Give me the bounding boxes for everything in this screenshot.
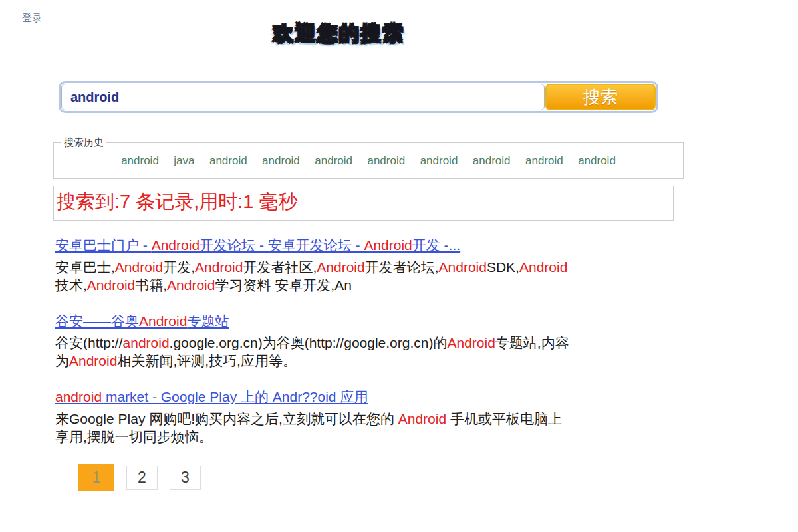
- search-button[interactable]: 搜索: [545, 84, 656, 110]
- history-link[interactable]: android: [578, 154, 616, 167]
- result-summary-box: 搜索到:7 条记录,用时:1 毫秒: [53, 186, 674, 221]
- text-segment: 来Google Play 网购吧!购买内容之后,立刻就可以在您的: [55, 411, 398, 426]
- result-title-link[interactable]: 谷安——谷奥Android专题站: [55, 313, 229, 329]
- highlighted-keyword: Android: [364, 237, 412, 253]
- result-description: 安卓巴士,Android开发,Android开发者社区,Android开发者论坛…: [55, 258, 575, 294]
- history-links: android java android android android and…: [61, 152, 676, 170]
- history-link[interactable]: android: [525, 154, 563, 167]
- result-item: 安卓巴士门户 - Android开发论坛 - 安卓开发论坛 - Android开…: [55, 237, 587, 294]
- text-segment: .google.org.cn)为谷奥(http://google.org.cn)…: [170, 335, 448, 350]
- page-container: 欢迎您的搜索 搜索 搜索历史 android java android andr…: [53, 20, 684, 491]
- result-title-link[interactable]: android market - Google Play 上的 Andr??oi…: [55, 389, 368, 404]
- text-segment: 开发者社区,: [243, 259, 317, 275]
- highlighted-keyword: Android: [317, 259, 364, 275]
- highlighted-keyword: Android: [139, 313, 187, 329]
- highlighted-keyword: Android: [195, 259, 243, 275]
- login-link[interactable]: 登录: [22, 12, 42, 25]
- history-legend: 搜索历史: [61, 136, 106, 149]
- result-title-link[interactable]: 安卓巴士门户 - Android开发论坛 - 安卓开发论坛 - Android开…: [55, 237, 460, 253]
- highlighted-keyword: Android: [87, 277, 135, 293]
- text-segment: market - Google Play 上的 Andr??oid 应用: [102, 389, 368, 404]
- text-segment: 专题站: [187, 313, 229, 329]
- pagination-page[interactable]: 1: [78, 464, 114, 491]
- history-link[interactable]: android: [367, 154, 405, 167]
- highlighted-keyword: Android: [519, 259, 567, 275]
- text-segment: 技术,: [55, 277, 87, 293]
- result-summary-text: 搜索到:7 条记录,用时:1 毫秒: [57, 191, 298, 212]
- highlighted-keyword: Android: [167, 277, 215, 293]
- text-segment: 谷安——谷奥: [55, 313, 139, 329]
- text-segment: SDK,: [487, 259, 519, 275]
- text-segment: 安卓巴士门户 -: [55, 237, 152, 253]
- highlighted-keyword: Android: [439, 259, 487, 275]
- text-segment: 开发,: [163, 259, 195, 275]
- highlighted-keyword: Android: [398, 411, 446, 426]
- text-segment: 书籍,: [135, 277, 167, 293]
- highlighted-keyword: Android: [152, 237, 200, 253]
- result-description: 谷安(http://android.google.org.cn)为谷奥(http…: [55, 334, 575, 370]
- text-segment: 开发者论坛,: [365, 259, 439, 275]
- highlighted-keyword: Android: [447, 335, 495, 350]
- result-item: android market - Google Play 上的 Andr??oi…: [55, 388, 587, 446]
- results-list: 安卓巴士门户 - Android开发论坛 - 安卓开发论坛 - Android开…: [55, 237, 587, 446]
- highlighted-keyword: android: [123, 335, 170, 350]
- text-segment: 谷安(http://: [55, 335, 123, 350]
- text-segment: 相关新闻,评测,技巧,应用等。: [117, 353, 297, 368]
- text-segment: 安卓巴士,: [55, 259, 115, 275]
- search-input[interactable]: [61, 84, 545, 110]
- search-history: 搜索历史 android java android android androi…: [53, 136, 684, 179]
- page-title: 欢迎您的搜索: [53, 20, 625, 44]
- highlighted-keyword: Android: [115, 259, 163, 275]
- history-link[interactable]: android: [209, 154, 247, 167]
- text-segment: 学习资料 安卓开发,An: [215, 277, 351, 293]
- history-link[interactable]: java: [174, 154, 194, 167]
- text-segment: 开发论坛 - 安卓开发论坛 -: [200, 237, 364, 253]
- result-description: 来Google Play 网购吧!购买内容之后,立刻就可以在您的 Android…: [55, 410, 575, 446]
- text-segment: 开发 -...: [412, 237, 460, 253]
- history-link[interactable]: android: [121, 154, 159, 167]
- result-item: 谷安——谷奥Android专题站 谷安(http://android.googl…: [55, 313, 587, 370]
- pagination: 1 2 3: [78, 464, 684, 491]
- highlighted-keyword: android: [55, 389, 102, 404]
- pagination-page[interactable]: 2: [126, 466, 158, 490]
- history-link[interactable]: android: [473, 154, 511, 167]
- pagination-page[interactable]: 3: [170, 466, 201, 490]
- history-link[interactable]: android: [315, 154, 352, 167]
- history-link[interactable]: android: [262, 154, 300, 167]
- history-link[interactable]: android: [420, 154, 458, 167]
- highlighted-keyword: Android: [69, 353, 117, 368]
- search-form: 搜索: [59, 81, 658, 113]
